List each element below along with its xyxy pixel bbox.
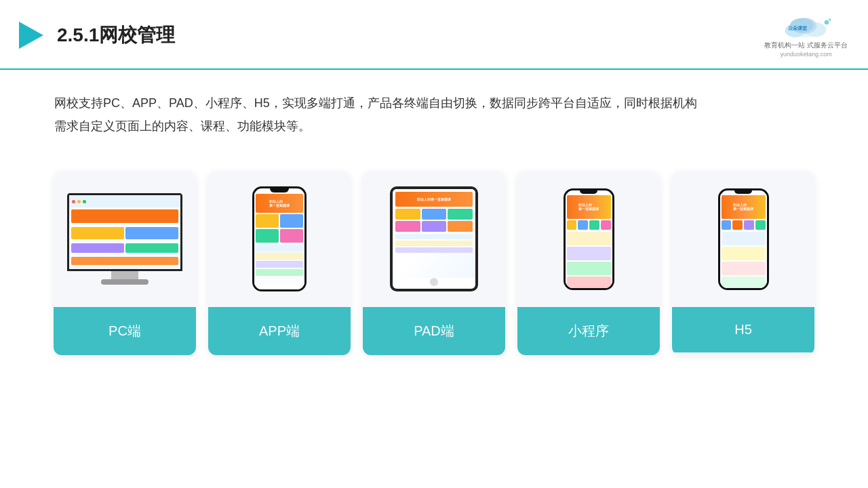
page-title: 2.5.1网校管理: [57, 22, 175, 48]
svg-point-8: [828, 18, 831, 21]
card-mini-label: 小程序: [517, 307, 660, 355]
monitor-base: [101, 279, 149, 285]
svg-text:云朵课堂: 云朵课堂: [788, 25, 808, 31]
card-pc-label: PC端: [54, 307, 196, 355]
monitor-device: [67, 193, 182, 285]
phone-tall-device-h5: 职达人的第一堂刷题课: [718, 188, 769, 290]
card-mini-image: 职达人的第一堂刷题课: [517, 171, 660, 307]
phone-tall-device-mini: 职达人的第一堂刷题课: [564, 188, 614, 290]
card-app: 职达人的第一堂刷题课 APP端: [208, 171, 351, 355]
tablet-home-button: [430, 278, 438, 286]
play-icon: [14, 19, 46, 52]
card-pad-image: 职达人的第一堂刷题课: [363, 171, 505, 307]
monitor-stand: [111, 271, 138, 279]
logo-url: yunduoketang.com: [764, 50, 848, 59]
logo-tagline: 教育机构一站 式服务云平台 yunduoketang.com: [764, 41, 848, 59]
card-pc: PC端: [54, 171, 196, 355]
description-text: 网校支持PC、APP、PAD、小程序、H5，实现多端打通，产品各终端自由切换，数…: [0, 70, 868, 138]
phone-notch: [270, 188, 289, 192]
phone-tall-screen-mini: 职达人的第一堂刷题课: [566, 194, 612, 288]
cloud-logo-icon: 云朵课堂: [779, 12, 833, 39]
card-h5: 职达人的第一堂刷题课 H5: [672, 171, 814, 355]
tablet-screen: 职达人的第一堂刷题课: [393, 189, 475, 278]
card-pad-label: PAD端: [363, 307, 505, 355]
phone-screen: 职达人的第一堂刷题课: [254, 192, 304, 289]
tablet-device: 职达人的第一堂刷题课: [390, 186, 478, 291]
card-app-label: APP端: [208, 307, 351, 355]
header: 2.5.1网校管理 云朵课堂 教育机构一站 式服务云平台 yunduoketan…: [0, 0, 868, 70]
card-pc-image: [54, 171, 196, 307]
phone-device-app: 职达人的第一堂刷题课: [252, 186, 307, 291]
phone-tall-screen-h5: 职达人的第一堂刷题课: [720, 194, 767, 288]
cards-container: PC端 职达人的第一堂刷题课: [0, 144, 868, 355]
card-h5-label: H5: [672, 307, 814, 352]
card-pad: 职达人的第一堂刷题课 PAD端: [363, 171, 505, 355]
svg-marker-0: [19, 22, 43, 49]
card-app-image: 职达人的第一堂刷题课: [208, 171, 351, 307]
monitor-screen: [67, 193, 182, 271]
svg-point-7: [824, 20, 829, 25]
header-left: 2.5.1网校管理: [14, 19, 175, 52]
card-h5-image: 职达人的第一堂刷题课: [672, 171, 814, 307]
card-mini: 职达人的第一堂刷题课 小程序: [517, 171, 660, 355]
description-line1: 网校支持PC、APP、PAD、小程序、H5，实现多端打通，产品各终端自由切换，数…: [54, 92, 814, 115]
logo-area: 云朵课堂 教育机构一站 式服务云平台 yunduoketang.com: [764, 12, 848, 59]
description-line2: 需求自定义页面上的内容、课程、功能模块等。: [54, 115, 814, 138]
